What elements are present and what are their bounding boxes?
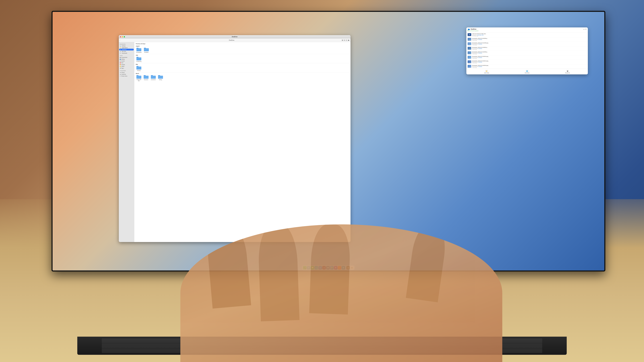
activity-item-4-info: Screenshot_20241115-023002.p... Download… (472, 47, 586, 50)
sidebar-item-onedrive[interactable]: ☁ OneDrive (119, 49, 134, 50)
activity-item-6[interactable]: Screenshot_20241115-023016.png Downloade… (466, 55, 588, 60)
activity-item-6-info: Screenshot_20241115-023016.png Downloade… (472, 56, 586, 59)
folder-writing[interactable]: Writing (158, 75, 164, 81)
minimize-button[interactable] (122, 36, 123, 37)
folder-freelancing-label: Freelancing (136, 61, 141, 62)
folder-photographs-icon (136, 47, 141, 51)
folder-insurance-icon (144, 75, 148, 79)
folder-investment[interactable]: Investment (150, 75, 156, 81)
onedrive-sidebar-icon: ☁ (120, 49, 121, 50)
gallery-view-button[interactable]: ▦ (348, 39, 350, 41)
finder-main-content: Previous 30 Days August Photo (134, 42, 350, 242)
list-view-button[interactable]: ≡ (344, 39, 346, 41)
activity-item-3[interactable]: Screenshot_20241115-012350.png Downloade… (466, 42, 588, 46)
icon-view-button[interactable]: ⊞ (342, 39, 343, 41)
activity-item-7-time: 7 hours ago (472, 62, 586, 63)
popup-settings-button[interactable]: ⚙ (585, 28, 586, 30)
popup-title-row: OneDrive (468, 28, 478, 30)
sidebar-item-proton[interactable]: ⬡ Proton Drive (119, 75, 134, 77)
maximize-button[interactable] (124, 36, 125, 37)
activity-item-6-filename: Screenshot_20241115-023016.png (472, 56, 586, 57)
screenshot-thumb-5 (468, 51, 471, 54)
folder-writing-label: Writing (159, 79, 162, 80)
popup-footer: 📁 Open Folder 🌐 View Online 🗑 Recycle Bi… (466, 69, 588, 74)
tag-yellow[interactable]: Yellow (119, 65, 134, 67)
sidebar-item-applications[interactable]: 📁 Applications (119, 47, 134, 49)
july-label: July (136, 54, 349, 56)
sidebar-item-icloud[interactable]: ☁ iCloud (119, 72, 134, 73)
finder-window: OneDrive ‹ ‹ OneDrive ⊞ ≡ □ ▦ Favorites (119, 35, 350, 242)
tag-dot-invoice (120, 61, 121, 61)
activity-item-4[interactable]: Screenshot_20241115-023002.p... Download… (466, 46, 588, 51)
open-folder-button[interactable]: 📁 Open Folder (466, 69, 507, 74)
march-label: March (136, 73, 349, 74)
finder-toolbar: ‹ OneDrive ⊞ ≡ □ ▦ (119, 38, 350, 42)
sidebar-item-airdrop[interactable]: 📡 AirDrop (119, 45, 134, 47)
screenshot-thumb-3 (468, 42, 471, 45)
folder-insurance[interactable]: Insurance (143, 75, 149, 81)
downloads-icon: ⬇ (120, 53, 121, 54)
activity-list: W I dont use iCloud on Mac.docx Uploaded… (466, 32, 588, 69)
tag-dot-orange (120, 64, 121, 65)
activity-item-7[interactable]: Screenshot_20241115-023012.png Downloade… (466, 60, 588, 64)
sidebar-item-mydrive[interactable]: ▲ My Drive (119, 50, 134, 52)
open-folder-label: Open Folder (484, 72, 489, 73)
activity-item-8[interactable]: Screenshot_20241115-023016.png Downloade… (466, 64, 588, 69)
activity-item-8-filename: Screenshot_20241115-023016.png (472, 65, 586, 66)
tag-orange[interactable]: Orange (119, 64, 134, 65)
nav-back-button[interactable]: ‹ (349, 36, 350, 37)
folder-desktop-label: Desktop (137, 70, 141, 71)
activity-item-1-info: I dont use iCloud on Mac.docx Uploaded t… (472, 33, 586, 36)
view-online-label: View Online (525, 72, 530, 73)
july-folders: Freelancing (136, 56, 349, 62)
activity-item-4-time: 7 hours ago (472, 49, 586, 50)
activity-item-7-meta: Downloaded to OneDrive (472, 62, 586, 62)
back-button[interactable]: ‹ (120, 39, 122, 41)
view-toggle-group: ⊞ ≡ □ ▦ (342, 39, 350, 41)
svg-rect-7 (144, 48, 149, 51)
activity-item-6-meta: Downloaded to OneDrive (472, 57, 586, 58)
activity-item-3-meta: Downloaded to OneDrive (472, 44, 586, 44)
activity-item-4-filename: Screenshot_20241115-023002.p... (472, 47, 586, 48)
popup-sync-status: Your files are synced (468, 30, 478, 31)
column-view-button[interactable]: □ (346, 39, 348, 41)
close-button[interactable] (120, 36, 121, 37)
tag-all[interactable]: All Tags... (119, 67, 134, 69)
popup-more-button[interactable]: ••• (583, 28, 585, 30)
activity-item-3-filename: Screenshot_20241115-012350.png (472, 42, 586, 43)
activity-item-5-time: 7 hours ago (472, 53, 586, 54)
sync-status-dot (468, 30, 468, 31)
folder-writing-icon (158, 75, 163, 79)
folder-creditcard[interactable]: Credit Card Bills (136, 75, 142, 81)
activity-item-3-info: Screenshot_20241115-012350.png Downloade… (472, 42, 586, 45)
screenshot-thumb-2 (468, 38, 471, 41)
view-online-button[interactable]: 🌐 View Online (507, 69, 547, 74)
activity-item-2[interactable]: Screenshot_20241115-022949.p... Download… (466, 37, 588, 42)
folder-templates[interactable]: Templates (143, 47, 150, 53)
popup-header-actions: ••• ⚙ (583, 28, 586, 30)
sidebar-item-downloads[interactable]: ⬇ Downloads (119, 52, 134, 54)
folder-desktop[interactable]: Desktop (136, 66, 142, 71)
activity-item-5-meta: Downloaded to OneDrive (472, 53, 586, 53)
tag-writing[interactable]: Writing (119, 58, 134, 60)
svg-rect-19 (136, 76, 141, 78)
recycle-bin-button[interactable]: 🗑 Recycle Bin (547, 69, 588, 74)
activity-item-5[interactable]: Screenshot_20241115-022959.p... Download… (466, 51, 588, 55)
activity-item-1[interactable]: W I dont use iCloud on Mac.docx Uploaded… (466, 32, 588, 37)
tag-red[interactable]: Red (119, 62, 134, 64)
onedrive-loc-icon: ☁ (120, 74, 121, 75)
folder-freelancing[interactable]: Freelancing (136, 56, 142, 62)
august-folders: Photographs Templates (136, 47, 349, 53)
activity-item-5-filename: Screenshot_20241115-022959.p... (472, 51, 586, 52)
tag-invoice[interactable]: Invoice (119, 60, 134, 62)
tag-screenshots[interactable]: Screenshots (119, 56, 134, 58)
folder-templates-label: Templates (144, 52, 148, 53)
screenshot-thumb-6 (468, 56, 471, 59)
folder-investment-icon (151, 75, 156, 79)
screenshot-thumb-8 (468, 65, 471, 68)
sidebar-item-onedrive-loc[interactable]: ☁ OneDrive (119, 73, 134, 75)
may-folders: Desktop (136, 66, 349, 71)
tag-dot-yellow (120, 66, 121, 67)
folder-photographs[interactable]: Photographs (136, 47, 142, 53)
open-folder-icon: 📁 (485, 70, 488, 72)
